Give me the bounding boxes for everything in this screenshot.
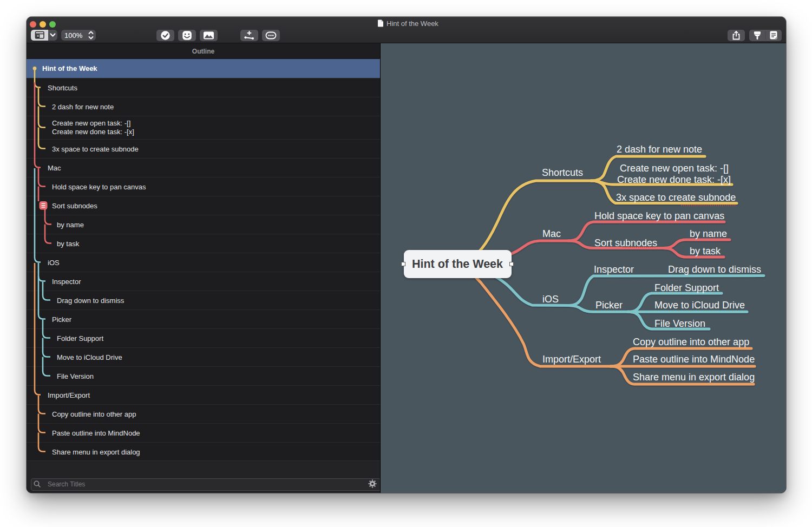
svg-text:Paste outline into MindNode: Paste outline into MindNode (633, 354, 755, 365)
svg-text:Sort subnodes: Sort subnodes (594, 238, 657, 248)
svg-text:Inspector: Inspector (594, 264, 634, 275)
svg-text:Hint of the Week: Hint of the Week (412, 258, 503, 271)
svg-text:Folder Support: Folder Support (654, 282, 719, 293)
svg-text:Create new done task: -[x]: Create new done task: -[x] (617, 174, 731, 185)
svg-text:Drag down to dismiss: Drag down to dismiss (668, 264, 761, 275)
svg-text:iOS: iOS (542, 294, 559, 305)
svg-text:Mac: Mac (542, 228, 561, 239)
svg-text:Shortcuts: Shortcuts (542, 167, 583, 178)
svg-text:3x space to create subnode: 3x space to create subnode (616, 192, 736, 203)
svg-text:by task: by task (690, 246, 721, 256)
svg-text:Copy outline into other app: Copy outline into other app (633, 337, 749, 347)
svg-text:Import/Export: Import/Export (542, 354, 601, 365)
svg-text:by name: by name (690, 228, 727, 239)
svg-text:Picker: Picker (595, 300, 623, 311)
svg-text:Hold space key to pan canvas: Hold space key to pan canvas (594, 210, 724, 221)
svg-text:Move to iCloud Drive: Move to iCloud Drive (654, 300, 745, 311)
svg-text:Share menu in export dialog: Share menu in export dialog (633, 372, 755, 383)
svg-text:Create new open task: -[]: Create new open task: -[] (620, 163, 729, 174)
svg-text:File Version: File Version (654, 318, 705, 329)
svg-text:100%: 100% (64, 31, 83, 39)
svg-text:2 dash for new note: 2 dash for new note (617, 144, 702, 155)
